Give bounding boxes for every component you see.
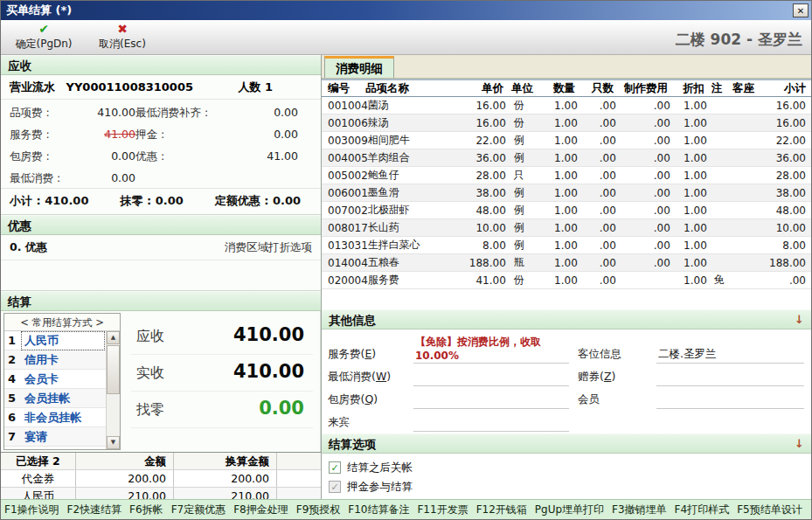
detail-table-empty-area	[322, 289, 811, 309]
selected-payment-name: 代金券	[1, 470, 76, 487]
fee-label: 包房费 :	[10, 149, 73, 164]
detail-cell: 38.00	[459, 187, 506, 199]
detail-cell: 188.00	[459, 257, 506, 269]
function-key-item[interactable]: F10结算备注	[348, 503, 409, 517]
other-info-field-value[interactable]	[413, 394, 569, 409]
confirm-button[interactable]: ✔ 确定(PgDn)	[4, 21, 83, 53]
function-key-item[interactable]: F3撤销埋单	[612, 503, 667, 517]
other-info-field-value[interactable]	[413, 371, 569, 386]
other-info-field-value[interactable]	[656, 394, 804, 409]
payment-method-item[interactable]: J代金券	[4, 447, 106, 449]
detail-table-row[interactable]: 007002北极甜虾48.00例1.00.00.001.0048.00	[322, 202, 811, 219]
detail-cell: .00	[616, 222, 670, 234]
detail-table-row[interactable]: 004005羊肉组合36.00例1.00.00.001.0036.00	[322, 149, 811, 167]
settle-options-header-label: 结算选项	[329, 437, 376, 453]
amount-row: 应收410.00	[131, 318, 313, 355]
payment-method-items: 1人民币2信用卡4会员卡5会员挂帐6非会员挂帐7宴请J代金券	[4, 331, 106, 449]
detail-table-row[interactable]: 005002鲍鱼仔28.00只1.00.00.001.0028.00	[322, 167, 811, 184]
discount-area-option-link[interactable]: 消费区域打折选项	[225, 240, 312, 255]
detail-cell: 006001	[322, 187, 368, 199]
other-info-header-label: 其他信息	[329, 313, 376, 329]
check-icon: ✔	[38, 23, 49, 36]
other-info-field-value[interactable]: 【免除】按消费比例，收取10.00%	[413, 335, 569, 364]
scroll-down-icon[interactable]: ▼	[107, 436, 120, 449]
detail-column-header: 数量	[533, 81, 575, 96]
detail-table-row[interactable]: 006001墨鱼滑38.00例1.00.00.001.0038.00	[322, 184, 811, 202]
left-panel: 应收 营业流水 YY00011008310005 人数 1 品项费 :410.0…	[1, 55, 322, 499]
totals-row: 小计 : 410.00抹零 : 0.00定额优惠 : 0.00	[1, 188, 321, 214]
cancel-button[interactable]: ✖ 取消(Esc)	[83, 21, 162, 53]
detail-cell: 1.00	[536, 152, 578, 164]
payment-list-scrollbar[interactable]: ▲ ▼	[106, 331, 120, 449]
function-key-item[interactable]: F4打印样式	[675, 503, 730, 517]
detail-cell: 1.00	[670, 152, 707, 164]
discount-header-label: 优惠	[8, 218, 31, 234]
function-key-item[interactable]: F1操作说明	[4, 503, 59, 517]
function-key-item[interactable]: F12开钱箱	[476, 503, 527, 517]
selected-payment-converted: 200.00	[174, 470, 277, 487]
detail-cell: 生拌白菜心	[368, 238, 459, 253]
detail-table-row[interactable]: 001006辣汤16.00份1.00.00.001.0016.00	[322, 114, 811, 132]
other-info-field-label: 来宾	[328, 415, 405, 432]
fee-label: 服务费 :	[10, 128, 73, 142]
function-key-item[interactable]: F8押金处理	[233, 503, 288, 517]
close-button[interactable]: ✕	[793, 3, 809, 17]
receivable-box: 营业流水 YY00011008310005 人数 1 品项费 :410.00最低…	[1, 75, 321, 215]
payment-method-item[interactable]: 5会员挂帐	[4, 389, 106, 408]
function-key-item[interactable]: F11开发票	[417, 503, 468, 517]
other-info-field-label: 客位信息	[578, 347, 648, 364]
payment-method-key: 7	[8, 430, 22, 443]
other-info-field-value[interactable]: 二楼.圣罗兰	[656, 347, 804, 364]
scroll-up-icon[interactable]: ▲	[107, 331, 120, 344]
detail-column-header: 注	[704, 81, 729, 96]
detail-column-header: 品项名称	[365, 81, 456, 96]
selected-payment-row[interactable]: 代金券200.00200.00	[1, 470, 321, 488]
scrollbar-track[interactable]	[107, 395, 120, 436]
other-info-field-value[interactable]	[656, 371, 804, 386]
amount-value: 410.00	[233, 324, 304, 345]
tab-consumption-detail[interactable]: 消费明细	[324, 56, 394, 78]
payment-method-item[interactable]: 1人民币	[4, 331, 106, 350]
detail-cell: 1.00	[536, 170, 578, 182]
detail-table-row[interactable]: 013031生拌白菜心8.00例1.00.00.001.008.00	[322, 237, 811, 254]
detail-table-row[interactable]: 008017长山药10.00例1.00.00.001.0010.00	[322, 219, 811, 237]
payment-method-item[interactable]: 6非会员挂帐	[4, 408, 106, 427]
detail-table-row[interactable]: 020004服务费41.00份1.00.001.00免.00	[322, 272, 811, 289]
detail-cell: 羊肉组合	[368, 150, 459, 165]
fee-label: 最低消费 :	[10, 171, 73, 186]
detail-cell: 份	[506, 115, 536, 130]
function-key-item[interactable]: F6拆帐	[129, 503, 163, 517]
total-value: 410.00	[45, 194, 88, 207]
function-key-item[interactable]: PgUp埋单打印	[535, 503, 604, 517]
collapse-down-icon[interactable]: ↓	[795, 313, 804, 329]
detail-cell: 1.00	[670, 222, 707, 234]
detail-table-row[interactable]: 003009相间肥牛22.00例1.00.00.001.0022.00	[322, 132, 811, 149]
checkbox-icon[interactable]: ✓	[329, 461, 341, 474]
settle-option-label: 结算之后关帐	[347, 461, 413, 475]
function-key-item[interactable]: F9预授权	[296, 503, 341, 517]
detail-cell: 1.00	[670, 274, 707, 287]
collapse-down-icon[interactable]: ↓	[795, 437, 804, 453]
selected-payment-row[interactable]: 人民币210.00210.00	[1, 488, 321, 499]
detail-cell: .00	[616, 257, 670, 269]
payment-method-label: 非会员挂帐	[22, 409, 104, 426]
fee-value: 0.00	[73, 171, 135, 186]
fee-label: 最低消费补齐 :	[135, 106, 239, 121]
detail-table-row[interactable]: 014004五粮春188.00瓶1.00.00.001.00188.00	[322, 254, 811, 272]
close-icon: ✕	[797, 6, 804, 16]
detail-table-row[interactable]: 001004菌汤16.00份1.00.00.001.0016.00	[322, 97, 811, 114]
payment-method-item[interactable]: 2信用卡	[4, 350, 106, 370]
detail-cell: 1.00	[670, 239, 707, 252]
scrollbar-thumb[interactable]	[107, 345, 120, 394]
function-key-item[interactable]: F7定额优惠	[171, 503, 226, 517]
other-info-field-value[interactable]	[413, 417, 569, 432]
detail-cell: 16.00	[763, 117, 811, 129]
function-key-item[interactable]: F2快速结算	[67, 503, 122, 517]
function-key-item[interactable]: F5预结单设计	[737, 503, 802, 517]
detail-column-header: 单价	[456, 81, 503, 96]
detail-cell: 1.00	[536, 222, 578, 234]
payment-method-item[interactable]: 7宴请	[4, 427, 106, 447]
payment-method-list-header: < 常用结算方式 >	[4, 314, 120, 331]
detail-cell: 013031	[322, 239, 368, 252]
payment-method-item[interactable]: 4会员卡	[4, 370, 106, 389]
